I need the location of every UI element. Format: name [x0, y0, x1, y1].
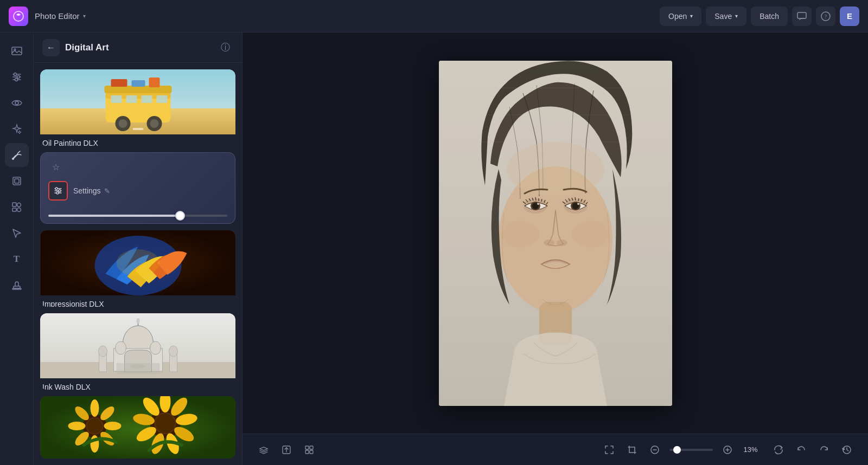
- sidebar-item-image[interactable]: [5, 39, 29, 63]
- sidebar-item-layers[interactable]: [5, 169, 29, 193]
- panel-back-button[interactable]: ←: [42, 39, 60, 56]
- text-icon: T: [14, 254, 20, 264]
- redo-icon: [819, 445, 829, 455]
- main-layout: T ← Digital Art ⓘ: [0, 33, 868, 465]
- svg-point-65: [91, 399, 99, 417]
- svg-rect-110: [439, 61, 672, 406]
- help-icon: ?: [821, 11, 831, 21]
- zoom-out-icon: [650, 445, 660, 455]
- crop-button[interactable]: [622, 440, 642, 460]
- zoom-in-button[interactable]: [717, 440, 738, 460]
- canvas-viewport[interactable]: [242, 33, 868, 434]
- refresh-button[interactable]: [768, 440, 789, 460]
- svg-point-17: [17, 203, 21, 207]
- app-title-text: Photo Editor: [35, 11, 80, 21]
- open-button[interactable]: Open ▾: [660, 7, 701, 26]
- undo-button[interactable]: [791, 440, 812, 460]
- zoom-slider[interactable]: [669, 449, 713, 451]
- effect-item-ink-wash[interactable]: Ink Wash DLX: [40, 313, 235, 390]
- effect-settings-text: Settings ✎: [73, 186, 110, 195]
- svg-point-0: [14, 11, 23, 21]
- crop-icon: [627, 445, 637, 455]
- layers-toggle-button[interactable]: [253, 440, 274, 460]
- canvas-toolbar-left: [253, 440, 320, 460]
- svg-rect-30: [105, 86, 172, 93]
- svg-rect-35: [111, 79, 127, 87]
- redo-button[interactable]: [814, 440, 834, 460]
- effect-item-oil-painting[interactable]: Oil Painting DLX: [40, 69, 235, 146]
- sidebar-item-adjustments[interactable]: [5, 65, 29, 89]
- canvas-toolbar-right: [768, 440, 857, 460]
- effect-active-panel[interactable]: ☆ Settings: [40, 152, 235, 224]
- svg-rect-1: [797, 12, 806, 18]
- stamp-icon: [11, 280, 22, 290]
- effect-item-sunflower[interactable]: [40, 396, 235, 458]
- adjustments-icon: [11, 72, 22, 82]
- oil-painting-preview: [40, 69, 235, 134]
- refresh-icon: [774, 445, 783, 455]
- export-button[interactable]: [276, 440, 297, 460]
- sunflower-preview: [40, 396, 235, 458]
- effect-settings-icon-button[interactable]: [48, 181, 68, 201]
- sidebar-item-view[interactable]: [5, 91, 29, 115]
- help-button[interactable]: ?: [816, 7, 835, 26]
- svg-point-9: [17, 76, 20, 79]
- fit-screen-icon: [604, 445, 614, 455]
- sidebar-item-effects[interactable]: [5, 117, 29, 141]
- sidebar-item-art[interactable]: [5, 143, 29, 167]
- svg-point-67: [104, 422, 122, 430]
- open-label: Open: [668, 12, 687, 21]
- portrait-preview-svg: [439, 61, 672, 406]
- app-title-chevron: ▾: [83, 13, 86, 19]
- effect-thumbnail-oil-painting: [40, 69, 235, 134]
- layers-stack-icon: [259, 445, 269, 455]
- effect-label-oil-painting: Oil Painting DLX: [40, 134, 235, 146]
- zoom-in-icon: [723, 445, 732, 455]
- svg-rect-24: [106, 91, 171, 122]
- zoom-out-button[interactable]: [644, 440, 665, 460]
- messages-button[interactable]: [792, 7, 812, 26]
- app-title-button[interactable]: Photo Editor ▾: [35, 11, 86, 21]
- impressionist-preview: [40, 230, 235, 295]
- effect-favorite-button[interactable]: ☆: [48, 159, 63, 175]
- svg-point-44: [56, 192, 59, 194]
- messages-icon: [797, 11, 807, 21]
- panel-sidebar: ← Digital Art ⓘ: [34, 33, 242, 465]
- svg-point-32: [119, 119, 127, 128]
- svg-rect-22: [41, 69, 235, 108]
- user-avatar[interactable]: E: [840, 7, 859, 26]
- batch-button[interactable]: Batch: [751, 7, 788, 26]
- history-button[interactable]: [837, 440, 857, 460]
- svg-point-42: [59, 190, 61, 192]
- save-button[interactable]: Save ▾: [706, 7, 746, 26]
- sidebar-item-selection[interactable]: [5, 221, 29, 245]
- sidebar-item-text[interactable]: T: [5, 247, 29, 271]
- panel-info-button[interactable]: ⓘ: [217, 40, 233, 56]
- export-icon: [282, 445, 291, 455]
- selection-icon: [11, 228, 22, 238]
- svg-rect-29: [157, 95, 168, 103]
- fit-screen-button[interactable]: [599, 440, 620, 460]
- topbar: Photo Editor ▾ Open ▾ Save ▾ Batch ? E: [0, 0, 868, 33]
- grid-button[interactable]: [299, 440, 320, 460]
- panel-title: Digital Art: [65, 42, 212, 53]
- svg-point-55: [169, 346, 178, 357]
- effect-settings-row: Settings ✎: [41, 179, 235, 207]
- sidebar-item-shapes[interactable]: [5, 195, 29, 219]
- sliders-icon: [54, 186, 62, 195]
- svg-point-61: [131, 364, 146, 369]
- svg-rect-36: [132, 80, 145, 87]
- effect-intensity-slider[interactable]: [48, 215, 227, 217]
- sidebar-item-stamp[interactable]: [5, 273, 29, 297]
- save-label: Save: [714, 12, 732, 21]
- svg-rect-15: [15, 179, 19, 183]
- inkwash-preview: [40, 313, 235, 378]
- svg-rect-16: [12, 203, 16, 206]
- svg-point-85: [156, 414, 175, 433]
- effect-item-impressionist[interactable]: Impressionist DLX: [40, 230, 235, 307]
- effect-thumbnail-sunflower: [40, 396, 235, 458]
- svg-text:?: ?: [825, 14, 827, 20]
- svg-rect-23: [41, 108, 235, 134]
- grid-icon: [304, 445, 314, 455]
- svg-rect-37: [149, 78, 160, 87]
